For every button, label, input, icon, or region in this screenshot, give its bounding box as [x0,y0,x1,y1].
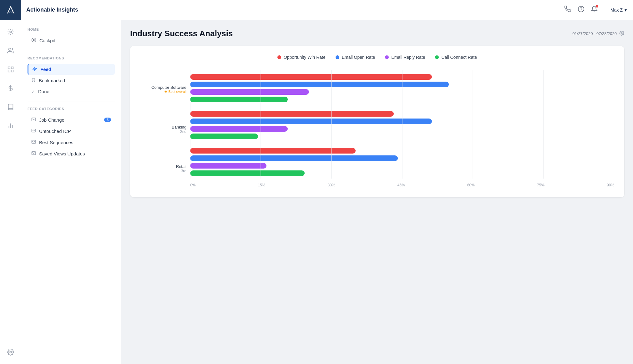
feed-icon [32,66,37,72]
svg-rect-19 [32,152,36,155]
x-label-30: 30% [328,183,335,187]
feed-categories-label: FEED CATEGORIES [28,107,115,111]
legend-email-open-rate: Email Open Rate [336,55,375,60]
recommendations-label: RECOMENDATIONS [28,56,115,60]
x-label-90: 90% [607,183,614,187]
email-icon-1 [31,117,36,123]
sidebar-icon-book[interactable] [5,101,16,113]
bar-retail-ccr [190,170,305,176]
user-chevron: ▾ [625,8,627,13]
main-content: Industry Success Analysis 01/27/2020 - 0… [121,20,633,364]
nav-saved-views[interactable]: Saved Views Updates [28,148,115,159]
svg-rect-18 [32,140,36,144]
y-label-retail-sub: 3rd [181,169,186,173]
svg-point-20 [621,33,622,34]
cockpit-icon [31,38,36,43]
nav-untouched-icp[interactable]: Untouched ICP [28,126,115,136]
bar-bank-ccr [190,134,258,139]
bar-cs-ccr [190,97,288,102]
sidebar-icon-dashboard[interactable] [5,26,16,38]
bar-retail-eor [190,155,398,161]
bar-group-0 [190,70,614,107]
bar-cs-owr [190,74,432,80]
bar-retail-owr [190,148,356,154]
nav-best-sequences[interactable]: Best Sequences [28,137,115,148]
notification-dot [596,5,598,8]
legend-dot-blue [336,55,339,59]
svg-point-14 [32,38,36,42]
nav-cockpit[interactable]: Cockpit [28,35,115,46]
bar-row-1-1 [190,119,614,124]
untouched-icp-label: Untouched ICP [39,129,71,134]
bar-row-2-2 [190,163,614,169]
nav-feed[interactable]: Feed [28,64,115,75]
legend-label-1: Email Open Rate [342,55,375,60]
legend-label-3: Call Connect Rate [441,55,477,60]
logo [0,0,21,20]
bars-container: 0% 15% 30% 45% 60% 75% 90% [190,70,614,189]
svg-rect-5 [8,67,10,69]
sidebar-icon-dollar[interactable] [5,83,16,94]
bar-row-1-2 [190,126,614,132]
nav-feed-label: Feed [40,67,51,72]
email-icon-2 [31,128,36,134]
nav-cockpit-label: Cockpit [39,38,55,43]
svg-point-15 [33,39,34,41]
chart-legend: Opportunity Win Rate Email Open Rate Ema… [140,55,614,60]
nav-done-label: Done [38,89,49,94]
topbar-actions: Max Z ▾ [565,6,627,14]
bar-row-1-0 [190,111,614,117]
nav-divider-2 [28,102,115,102]
phone-icon[interactable] [565,6,571,14]
bell-icon[interactable] [591,6,598,14]
help-icon[interactable] [578,6,585,14]
date-range: 01/27/2020 - 07/28/2020 [572,31,624,37]
app-title: Actionable Insights [26,7,565,13]
x-label-0: 0% [190,183,195,187]
page-header: Industry Success Analysis 01/27/2020 - 0… [130,29,624,38]
nav-bookmarked-label: Bookmarked [39,78,65,83]
chart-area: Computer Software ★ Best overall Banking… [140,70,614,189]
nav-bookmarked[interactable]: Bookmarked [28,75,115,86]
email-icon-3 [31,139,36,145]
nav-divider-1 [28,51,115,51]
bar-cs-err [190,89,309,95]
bar-row-0-3 [190,97,614,102]
sidebar-icon-grid[interactable] [5,64,16,75]
topbar: Actionable Insights Max Z ▾ [0,0,633,20]
chart-card: Opportunity Win Rate Email Open Rate Ema… [130,46,624,197]
legend-email-reply-rate: Email Reply Rate [385,55,425,60]
sidebar-icon-people[interactable] [5,45,16,56]
saved-views-label: Saved Views Updates [39,151,85,156]
x-label-75: 75% [537,183,544,187]
legend-dot-purple [385,55,389,59]
bookmark-icon [31,78,36,83]
x-label-15: 15% [258,183,265,187]
nav-done[interactable]: ✓ Done [28,86,115,97]
bar-row-1-3 [190,134,614,139]
legend-label-0: Opportunity Win Rate [284,55,326,60]
sidebar-icon-chart[interactable] [5,120,16,131]
chart-settings-icon[interactable] [619,31,624,37]
user-menu[interactable]: Max Z ▾ [604,8,627,13]
bar-bank-err [190,126,288,132]
svg-rect-7 [8,70,10,72]
bar-group-1 [190,107,614,144]
svg-rect-8 [11,70,13,72]
svg-rect-16 [32,118,36,121]
x-label-60: 60% [467,183,475,187]
legend-call-connect-rate: Call Connect Rate [435,55,477,60]
svg-rect-6 [11,67,13,69]
icon-sidebar [0,20,21,364]
bar-bank-eor [190,119,432,124]
bar-row-0-1 [190,82,614,87]
bar-bank-owr [190,111,394,117]
bar-retail-err [190,163,266,169]
sidebar-icon-settings[interactable] [5,346,16,358]
nav-job-change[interactable]: Job Change 5 [28,114,115,125]
bar-group-2 [190,144,614,180]
email-icon-4 [31,151,36,156]
y-label-banking: Banking [172,125,186,129]
y-label-retail: Retail [176,164,186,169]
check-icon: ✓ [31,89,35,94]
